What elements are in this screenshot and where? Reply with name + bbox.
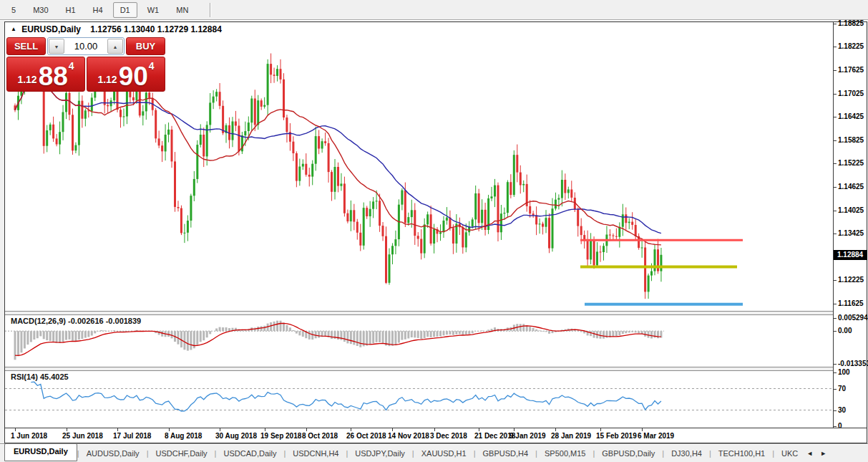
rsi-axis-label: 70 bbox=[834, 385, 846, 393]
tabs-scroll-right-icon[interactable]: ► bbox=[820, 450, 826, 457]
sell-price-big-digits: 88 bbox=[39, 66, 68, 87]
tab-ukc[interactable]: UKC bbox=[774, 446, 805, 461]
date-label: 6 Mar 2019 bbox=[638, 432, 674, 440]
date-label: 3 Dec 2018 bbox=[430, 432, 467, 440]
symbol-tab-bar: EURUSD,Daily|AUDUSD,Daily|USDCHF,Daily|U… bbox=[0, 443, 868, 462]
timeframe-button-m30[interactable]: M30 bbox=[26, 2, 55, 18]
date-tick-mark bbox=[67, 428, 67, 431]
price-axis-label: 1.14625 bbox=[834, 183, 864, 191]
date-tick-mark bbox=[479, 428, 479, 431]
date-label: 28 Jan 2019 bbox=[551, 432, 591, 440]
date-tick-mark bbox=[117, 428, 118, 431]
date-tick-mark bbox=[392, 428, 393, 431]
price-axis-label: 1.17625 bbox=[834, 66, 864, 74]
chart-ohlc-values: 1.12756 1.13040 1.12729 1.12884 bbox=[90, 24, 222, 34]
date-label: 8 Aug 2018 bbox=[165, 432, 202, 440]
price-axis-label: 1.15225 bbox=[834, 159, 864, 168]
date-label: 17 Jul 2018 bbox=[113, 432, 151, 440]
buy-price-big-digits: 90 bbox=[119, 66, 148, 87]
tab-gbpusd-h4[interactable]: GBPUSD,H4 bbox=[476, 446, 536, 461]
price-axis-label: 1.18825 bbox=[834, 19, 864, 28]
date-tick-mark bbox=[265, 428, 265, 431]
price-axis-label: 1.17025 bbox=[834, 90, 864, 98]
tab-usdcad-daily[interactable]: USDCAD,Daily bbox=[216, 446, 283, 461]
price-axis-label: 1.16425 bbox=[834, 112, 864, 121]
date-tick-mark bbox=[15, 428, 16, 431]
price-axis-label: 1.13425 bbox=[834, 229, 864, 238]
tab-usdchf-daily[interactable]: USDCHF,Daily bbox=[148, 446, 214, 461]
date-label: 30 Aug 2018 bbox=[215, 432, 257, 440]
macd-axis-label: -0.013353 bbox=[834, 360, 868, 368]
one-click-trade-panel: SELL ▼ ▲ BUY 1.12 88 4 1.12 90 4 bbox=[6, 37, 165, 92]
date-label: 1 Jun 2018 bbox=[11, 432, 47, 440]
tab-audusd-daily[interactable]: AUDUSD,Daily bbox=[79, 446, 147, 461]
chart-window: ▲ EURUSD,Daily 1.12756 1.13040 1.12729 1… bbox=[4, 21, 867, 443]
date-tick-mark bbox=[434, 428, 435, 431]
price-axis-label: 1.15825 bbox=[834, 136, 864, 145]
sell-price-pip-sup: 4 bbox=[69, 60, 74, 72]
date-tick-mark bbox=[351, 428, 351, 431]
volume-stepper: ▼ ▲ bbox=[47, 37, 125, 55]
price-axis-label: 1.18225 bbox=[834, 42, 864, 51]
timeframe-button-h4[interactable]: H4 bbox=[86, 2, 110, 18]
timeframe-button-w1[interactable]: W1 bbox=[140, 2, 167, 18]
rsi-axis-label: 30 bbox=[834, 406, 846, 415]
date-label: 8 Oct 2018 bbox=[302, 432, 338, 440]
date-tick-mark bbox=[600, 428, 601, 431]
date-label: 14 Nov 2018 bbox=[388, 432, 429, 440]
date-label: 15 Feb 2019 bbox=[596, 432, 637, 440]
tab-scroll-controls: ◄► bbox=[806, 450, 831, 457]
current-price-tag: 1.12884 bbox=[834, 250, 867, 260]
date-axis[interactable]: 1 Jun 201825 Jun 201817 Jul 20188 Aug 20… bbox=[5, 428, 867, 443]
macd-label: MACD(12,26,9) -0.002616 -0.001839 bbox=[11, 317, 141, 325]
date-label: 9 Jan 2019 bbox=[509, 432, 546, 440]
chart-title: ▲ EURUSD,Daily 1.12756 1.13040 1.12729 1… bbox=[11, 24, 222, 34]
buy-button[interactable]: BUY bbox=[126, 37, 165, 55]
volume-increase-button[interactable]: ▲ bbox=[107, 39, 123, 54]
price-axis-label: 1.14025 bbox=[834, 206, 864, 215]
price-axis[interactable]: 1.188251.182251.176251.170251.164251.158… bbox=[833, 22, 867, 428]
one-click-panel-toggle-icon[interactable]: ▲ bbox=[11, 26, 16, 32]
timeframe-button-h1[interactable]: H1 bbox=[59, 2, 83, 18]
sell-price-prefix: 1.12 bbox=[17, 74, 36, 85]
chart-symbol-label: EURUSD,Daily bbox=[21, 24, 81, 34]
date-tick-mark bbox=[514, 428, 515, 431]
timeframe-button-d1[interactable]: D1 bbox=[113, 2, 137, 18]
price-axis-label: 1.11625 bbox=[834, 299, 864, 308]
tab-tech100-h1[interactable]: TECH100,H1 bbox=[711, 446, 772, 461]
volume-input[interactable] bbox=[65, 38, 107, 54]
tab-usdcnh-h4[interactable]: USDCNH,H4 bbox=[286, 446, 346, 461]
tabs-scroll-left-icon[interactable]: ◄ bbox=[806, 450, 813, 457]
rsi-axis-label: 100 bbox=[834, 368, 850, 377]
buy-price-prefix: 1.12 bbox=[97, 74, 117, 85]
buy-price-display[interactable]: 1.12 90 4 bbox=[87, 57, 165, 92]
date-tick-mark bbox=[642, 428, 643, 431]
mt4-window: { "toolbar": { "items": ["5", "M30", "H1… bbox=[0, 0, 868, 462]
date-label: 26 Oct 2018 bbox=[346, 432, 386, 440]
tab-dj30-h4[interactable]: DJ30,H4 bbox=[664, 446, 709, 461]
tab-gbpusd-daily[interactable]: GBPUSD,Daily bbox=[595, 446, 662, 461]
tab-eurusd-daily[interactable]: EURUSD,Daily bbox=[4, 443, 77, 461]
macd-axis-label: 0.00 bbox=[834, 327, 852, 335]
date-label: 25 Jun 2018 bbox=[62, 432, 103, 440]
toolbar-separator bbox=[210, 3, 211, 17]
timeframe-button-5[interactable]: 5 bbox=[4, 2, 23, 18]
timeframe-toolbar: 5M30H1H4D1W1MN bbox=[0, 0, 868, 20]
volume-decrease-button[interactable]: ▼ bbox=[49, 39, 64, 54]
price-axis-label: 1.12225 bbox=[834, 276, 864, 284]
macd-axis-label: 0.005294 bbox=[834, 314, 868, 322]
buy-price-pip-sup: 4 bbox=[149, 60, 155, 72]
macd-indicator-panel[interactable]: MACD(12,26,9) -0.002616 -0.001839 bbox=[5, 315, 833, 367]
rsi-label: RSI(14) 45.4025 bbox=[11, 372, 69, 381]
timeframe-button-mn[interactable]: MN bbox=[169, 2, 195, 18]
tab-xauusd-h1[interactable]: XAUUSD,H1 bbox=[414, 446, 474, 461]
sell-price-display[interactable]: 1.12 88 4 bbox=[6, 57, 85, 92]
date-tick-mark bbox=[555, 428, 556, 431]
tab-usdjpy-daily[interactable]: USDJPY,Daily bbox=[348, 446, 412, 461]
date-label: 19 Sep 2018 bbox=[260, 432, 301, 440]
sell-button[interactable]: SELL bbox=[6, 37, 46, 55]
date-tick-mark bbox=[306, 428, 307, 431]
tab-sp500-m15[interactable]: SP500,M15 bbox=[537, 446, 593, 461]
rsi-indicator-panel[interactable]: RSI(14) 45.4025 bbox=[5, 371, 833, 428]
date-tick-mark bbox=[169, 428, 170, 431]
